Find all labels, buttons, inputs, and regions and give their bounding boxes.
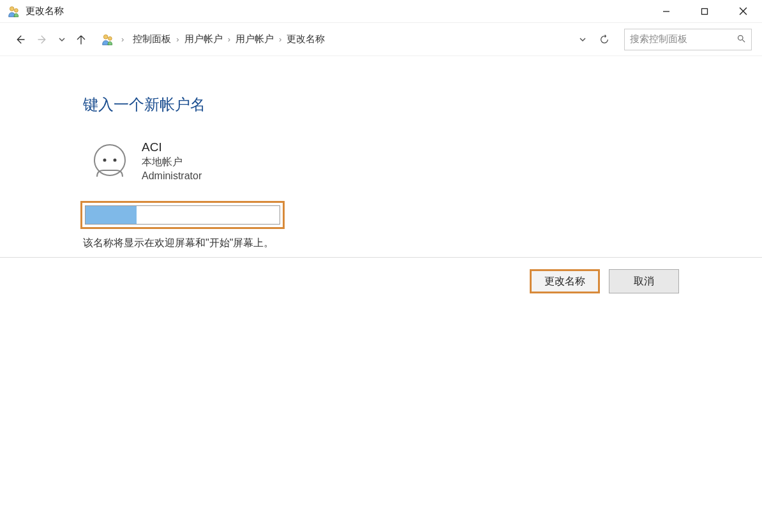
breadcrumb-item[interactable]: 控制面板: [133, 33, 171, 45]
svg-point-11: [103, 158, 107, 161]
button-label: 取消: [634, 275, 654, 288]
svg-point-0: [10, 6, 14, 11]
search-placeholder: 搜索控制面板: [630, 33, 731, 45]
svg-point-6: [103, 34, 108, 39]
up-button[interactable]: [71, 30, 91, 49]
forward-button[interactable]: [33, 30, 52, 49]
user-name: ACI: [142, 140, 202, 154]
svg-point-8: [738, 35, 743, 40]
svg-line-9: [742, 40, 745, 42]
page-heading: 键入一个新帐户名: [83, 94, 762, 115]
breadcrumb-item[interactable]: 用户帐户: [184, 33, 223, 45]
user-type: 本地帐户: [142, 156, 202, 169]
users-icon: [101, 33, 115, 47]
svg-point-1: [14, 8, 18, 12]
breadcrumb-item[interactable]: 用户帐户: [235, 33, 274, 45]
new-name-input[interactable]: [85, 205, 280, 225]
search-box[interactable]: 搜索控制面板: [624, 29, 752, 50]
svg-point-12: [114, 158, 117, 161]
window-controls: [647, 0, 762, 22]
user-info: ACI 本地帐户 Administrator: [142, 140, 202, 182]
chevron-right-icon: ›: [121, 34, 124, 44]
minimize-button[interactable]: [647, 0, 685, 22]
input-selection: [86, 206, 137, 224]
close-button[interactable]: [724, 0, 762, 22]
breadcrumb-item[interactable]: 更改名称: [287, 33, 325, 45]
svg-rect-3: [702, 8, 708, 14]
history-chevron[interactable]: [56, 30, 68, 49]
content: 键入一个新帐户名 ACI 本地帐户 Administrator 该名称将显示在欢…: [0, 56, 762, 250]
chevron-right-icon: ›: [176, 34, 179, 44]
button-label: 更改名称: [544, 275, 585, 288]
chevron-right-icon: ›: [279, 34, 281, 44]
avatar: [89, 141, 130, 182]
breadcrumb: 控制面板 › 用户帐户 › 用户帐户 › 更改名称: [128, 33, 571, 45]
user-row: ACI 本地帐户 Administrator: [89, 140, 762, 182]
user-role: Administrator: [142, 170, 202, 182]
change-name-button[interactable]: 更改名称: [530, 269, 600, 293]
input-highlight: [80, 201, 285, 229]
titlebar: 更改名称: [0, 0, 762, 23]
window-title: 更改名称: [26, 5, 64, 17]
svg-point-7: [108, 36, 112, 40]
users-icon: [8, 5, 20, 18]
navbar: › 控制面板 › 用户帐户 › 用户帐户 › 更改名称 搜索控制面板: [0, 23, 762, 56]
refresh-button[interactable]: [596, 31, 613, 48]
cancel-button[interactable]: 取消: [609, 269, 679, 293]
search-icon: [736, 34, 746, 45]
input-hint: 该名称将显示在欢迎屏幕和"开始"屏幕上。: [83, 237, 762, 250]
back-button[interactable]: [10, 30, 29, 49]
chevron-right-icon: ›: [228, 34, 230, 44]
path-history-chevron[interactable]: [574, 31, 591, 48]
footer: 更改名称 取消: [0, 257, 762, 305]
maximize-button[interactable]: [685, 0, 724, 22]
